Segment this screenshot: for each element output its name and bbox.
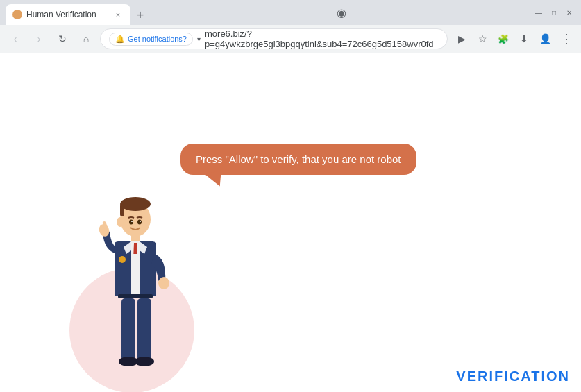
svg-point-8 [119, 256, 126, 263]
new-tab-button[interactable]: + [130, 6, 150, 25]
browser-chrome: Human Verification × + ◉ — □ ✕ ‹ › ↻ ⌂ [0, 0, 581, 53]
svg-point-18 [129, 220, 133, 225]
close-button[interactable]: ✕ [563, 6, 575, 19]
active-tab[interactable]: Human Verification × [6, 4, 130, 25]
back-icon: ‹ [14, 33, 17, 44]
profile-icon: 👤 [539, 33, 551, 44]
bookmark-icon: ☆ [478, 33, 487, 44]
svg-rect-2 [120, 204, 124, 216]
svg-rect-9 [131, 254, 140, 296]
svg-point-21 [140, 221, 141, 222]
bookmark-button[interactable]: ☆ [473, 29, 492, 49]
cast-icon: ▶ [458, 33, 466, 44]
tab-favicon [12, 10, 22, 19]
character-svg [76, 191, 187, 392]
verification-text: VERIFICATION [456, 368, 570, 384]
toolbar-icons: ▶ ☆ 🧩 ⬇ 👤 ⋮ [452, 29, 575, 49]
extensions-button[interactable]: 🧩 [494, 29, 513, 49]
notification-bell-icon: 🔔 [115, 35, 125, 44]
menu-icon: ⋮ [560, 31, 572, 46]
notification-label: Get notifications? [128, 35, 187, 43]
profile-area: ◉ [332, 3, 351, 22]
title-bar: Human Verification × + ◉ — □ ✕ [0, 0, 581, 25]
svg-point-20 [131, 221, 133, 222]
download-icon: ⬇ [520, 33, 528, 44]
profile-circle-icon[interactable]: ◉ [332, 3, 351, 22]
svg-point-13 [158, 277, 169, 289]
maximize-button[interactable]: □ [548, 6, 560, 19]
tab-title: Human Verification [26, 10, 108, 19]
address-input-container[interactable]: 🔔 Get notifications? ▾ more6.biz/?p=g4yw… [100, 28, 448, 49]
address-bar: ‹ › ↻ ⌂ 🔔 Get notifications? ▾ more6.biz… [0, 25, 581, 53]
home-icon: ⌂ [83, 33, 89, 44]
svg-point-19 [137, 220, 142, 225]
svg-rect-15 [137, 298, 151, 361]
notification-chevron-icon[interactable]: ▾ [197, 35, 201, 43]
address-url: more6.biz/?p=g4ywkzbrge5gi3bpgqytini&sub… [205, 28, 439, 49]
back-button[interactable]: ‹ [6, 29, 25, 49]
extensions-icon: 🧩 [498, 34, 509, 44]
notification-badge[interactable]: 🔔 Get notifications? [109, 33, 193, 46]
menu-button[interactable]: ⋮ [556, 29, 575, 49]
character-illustration [56, 185, 208, 392]
svg-point-3 [117, 217, 124, 227]
forward-icon: › [37, 33, 41, 44]
verification-watermark: VERIFICATION [456, 368, 570, 384]
svg-point-1 [120, 197, 151, 211]
tab-close-button[interactable]: × [112, 9, 124, 20]
speech-bubble-text: Press "Allow" to verify, that you are no… [196, 153, 401, 165]
tab-area: Human Verification × + [6, 0, 150, 25]
forward-button[interactable]: › [29, 29, 49, 49]
download-button[interactable]: ⬇ [514, 29, 534, 49]
speech-bubble: Press "Allow" to verify, that you are no… [180, 144, 416, 175]
reload-button[interactable]: ↻ [53, 29, 72, 49]
minimize-button[interactable]: — [532, 6, 545, 19]
reload-icon: ↻ [58, 33, 67, 44]
page-content: Press "Allow" to verify, that you are no… [0, 53, 581, 392]
window-controls: — □ ✕ [532, 6, 575, 19]
home-button[interactable]: ⌂ [76, 29, 96, 49]
svg-rect-14 [121, 298, 135, 361]
svg-point-17 [135, 357, 154, 366]
profile-button[interactable]: 👤 [535, 29, 555, 49]
cast-button[interactable]: ▶ [452, 29, 471, 49]
svg-rect-10 [118, 294, 153, 298]
